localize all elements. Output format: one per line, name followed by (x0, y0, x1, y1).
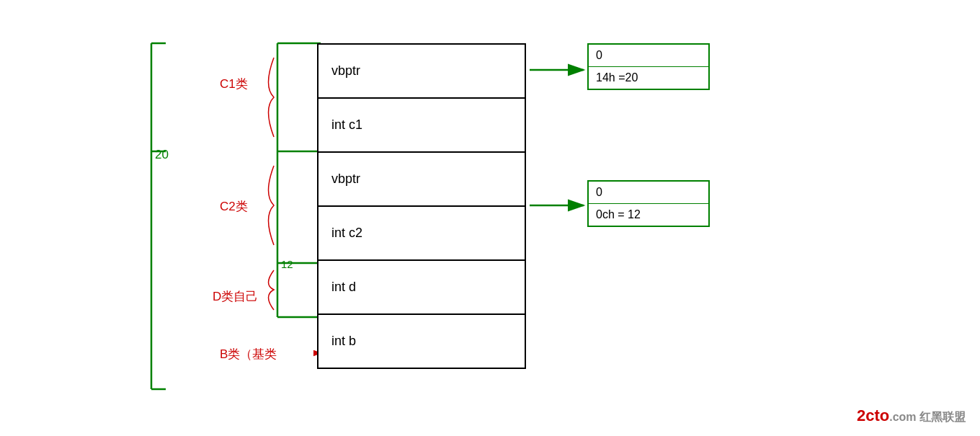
cell-int-b: int b (318, 314, 525, 368)
label-20: 20 (155, 148, 169, 162)
watermark: 2cto.com 红黑联盟 (857, 406, 966, 425)
label-d: D类自己 (213, 288, 258, 305)
label-c2: C2类 (220, 198, 248, 215)
table-row: int c1 (318, 98, 525, 152)
info-box-1: 0 14h =20 (587, 43, 710, 90)
box2-row2: 0ch = 12 (589, 204, 708, 226)
diagram-container: vbptr int c1 vbptr int c2 int d int b C1… (108, 22, 901, 414)
label-c1: C1类 (220, 76, 248, 92)
cell-int-c1: int c1 (318, 98, 525, 152)
box1-row2: 14h =20 (589, 67, 708, 89)
info-box-2: 0 0ch = 12 (587, 180, 710, 227)
watermark-text: 2cto (857, 406, 889, 424)
cell-int-c2: int c2 (318, 206, 525, 260)
table-row: int b (318, 314, 525, 368)
table-row: vbptr (318, 152, 525, 206)
box2-row1: 0 (589, 182, 708, 204)
memory-table: vbptr int c1 vbptr int c2 int d int b (317, 43, 526, 369)
label-b: B类（基类 (220, 346, 277, 362)
table-row: vbptr (318, 44, 525, 98)
table-row: int d (318, 260, 525, 314)
table-row: int c2 (318, 206, 525, 260)
label-12: 12 (281, 258, 293, 270)
cell-vbptr2: vbptr (318, 152, 525, 206)
cell-vbptr1: vbptr (318, 44, 525, 98)
cell-int-d: int d (318, 260, 525, 314)
watermark-suffix: .com 红黑联盟 (889, 411, 966, 423)
box1-row1: 0 (589, 45, 708, 67)
